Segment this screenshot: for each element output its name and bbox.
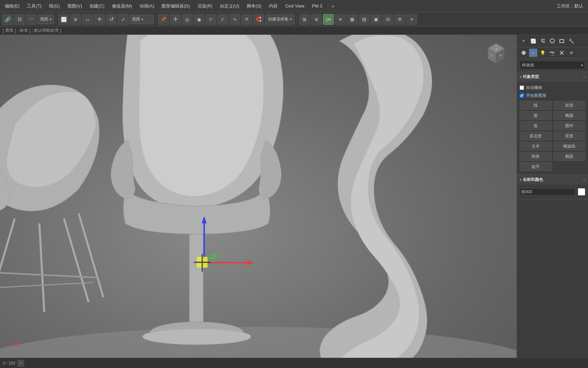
svg-text:左: 左 bbox=[490, 54, 493, 57]
btn-circle[interactable]: 圆 bbox=[520, 111, 552, 120]
panel-spline-icon[interactable] bbox=[529, 49, 537, 57]
menu-workspace[interactable]: 工作区：默认 bbox=[553, 2, 587, 11]
btn-helix[interactable]: 螺旋线 bbox=[553, 142, 586, 151]
panel-top-icons: + 📈 🏗 🔧 bbox=[517, 35, 588, 47]
menu-tools[interactable]: 工具(T) bbox=[23, 2, 45, 11]
spline-dropdown-label: 样条线 bbox=[522, 62, 534, 68]
section-object-type-close[interactable]: × bbox=[583, 75, 585, 79]
btn-section[interactable]: 截面 bbox=[553, 152, 586, 161]
select-dropdown[interactable]: 视图 ▾ bbox=[38, 15, 54, 24]
btn-freehand[interactable]: 徒手 bbox=[520, 162, 552, 171]
menu-modifier[interactable]: 修改器(M) bbox=[109, 2, 135, 11]
btn-egg[interactable]: 卵形 bbox=[520, 152, 552, 161]
panel-sphere-icon[interactable] bbox=[520, 49, 528, 57]
panel-hierarchy-icon[interactable]: 🏗 bbox=[539, 37, 547, 45]
view-dropdown[interactable]: 视图 ▾ bbox=[130, 15, 153, 24]
spline-type-dropdown[interactable]: 样条线 ▾ bbox=[520, 61, 585, 70]
spline-dropdown-arrow: ▾ bbox=[581, 63, 583, 67]
btn-arc[interactable]: 弧 bbox=[520, 121, 552, 130]
scale-button[interactable]: ⤢ bbox=[118, 14, 129, 25]
progress-arrow-button[interactable]: > bbox=[17, 360, 24, 367]
panel-circle-icon[interactable] bbox=[548, 37, 556, 45]
menu-render[interactable]: 渲染(R) bbox=[194, 2, 216, 11]
select-object-button[interactable]: ⬜ bbox=[58, 14, 69, 25]
snap-button2[interactable]: ◉ bbox=[194, 14, 205, 25]
btn-polygon[interactable]: 多边形 bbox=[520, 132, 552, 140]
auto-grid-checkbox[interactable] bbox=[520, 86, 524, 90]
panel-helper-icon[interactable] bbox=[558, 49, 566, 57]
pin-button[interactable]: 📌 bbox=[158, 14, 169, 25]
section-object-type-header[interactable]: ▾ 对象类型 × bbox=[517, 72, 588, 82]
menu-customize[interactable]: 自定义(U) bbox=[216, 2, 243, 11]
btn-rect[interactable]: 矩形 bbox=[553, 101, 586, 110]
viewport[interactable]: 顶 前 左 X -X bbox=[0, 35, 517, 358]
menu-view[interactable]: 视图(V) bbox=[64, 2, 85, 11]
svg-marker-16 bbox=[247, 260, 253, 265]
more-btn[interactable]: ≡ bbox=[406, 14, 417, 25]
unlink-button[interactable]: ⛓ bbox=[14, 14, 25, 25]
svg-line-2 bbox=[39, 224, 44, 312]
left-chair bbox=[0, 85, 103, 312]
start-new-shape-checkbox[interactable] bbox=[520, 93, 524, 98]
breadcrumb-shading: 默认明暗处理 bbox=[34, 28, 59, 33]
spinner-btn[interactable]: ⟳ bbox=[241, 14, 252, 25]
panel-rect-icon[interactable] bbox=[558, 37, 566, 45]
breadcrumb-perspective: 透视 bbox=[5, 28, 13, 33]
bind-button[interactable]: 〰 bbox=[26, 14, 37, 25]
percent-btn2[interactable]: 2° bbox=[217, 14, 228, 25]
btn-line[interactable]: 线 bbox=[520, 101, 552, 110]
svg-rect-36 bbox=[560, 40, 564, 43]
menu-create[interactable]: 创建(C) bbox=[86, 2, 108, 11]
menu-content[interactable]: 内容 bbox=[265, 2, 281, 11]
move-button[interactable]: ✛ bbox=[94, 14, 105, 25]
magnet-btn[interactable]: 🧲 bbox=[253, 14, 264, 25]
create-selection-set-button[interactable]: 创建选择集 ▾ bbox=[265, 14, 295, 25]
rotate-button[interactable]: ↺ bbox=[106, 14, 117, 25]
panel-system-icon[interactable]: ⚙ bbox=[567, 49, 575, 57]
settings-btn[interactable]: ⚙ bbox=[394, 14, 405, 25]
plus-button[interactable]: ✛ bbox=[170, 14, 181, 25]
grid-btn[interactable]: ⊞ bbox=[299, 14, 310, 25]
percent-btn[interactable]: 2° bbox=[206, 14, 216, 25]
link-button[interactable]: 🔗 bbox=[2, 14, 13, 25]
btn-star[interactable]: 星形 bbox=[553, 132, 586, 140]
arrow-label: > bbox=[20, 361, 22, 365]
menu-animation[interactable]: 动画(A) bbox=[136, 2, 158, 11]
menu-group[interactable]: 组(G) bbox=[46, 2, 63, 11]
menu-graph-editor[interactable]: 图形编辑器(D) bbox=[158, 2, 193, 11]
extend-icon[interactable]: » bbox=[330, 3, 336, 9]
btn-donut[interactable]: 圆环 bbox=[553, 121, 586, 130]
select-region-button[interactable]: ⊞ bbox=[70, 14, 81, 25]
panel-plus-icon[interactable]: + bbox=[520, 37, 528, 45]
select-rect-button[interactable]: ▭ bbox=[82, 14, 93, 25]
grid-btn2[interactable]: ⊞ bbox=[311, 14, 322, 25]
panel-wrench-icon[interactable]: 🔧 bbox=[567, 37, 575, 45]
menu-edit[interactable]: 编辑(E) bbox=[1, 2, 23, 11]
panel-camera-icon[interactable]: 📷 bbox=[548, 49, 556, 57]
qr-btn[interactable]: QR bbox=[323, 14, 334, 25]
menu-pm3[interactable]: PM 3 bbox=[309, 2, 326, 10]
btn-ellipse[interactable]: 椭圆 bbox=[553, 111, 586, 120]
object-name-input[interactable] bbox=[520, 188, 576, 196]
snap-toggle[interactable]: ◎ bbox=[182, 14, 193, 25]
table-btn2[interactable]: ▤ bbox=[359, 14, 370, 25]
percent-btn3[interactable]: % bbox=[229, 14, 240, 25]
color-swatch[interactable] bbox=[578, 188, 585, 196]
name-color-input-row bbox=[520, 187, 585, 197]
btn-text[interactable]: 文本 bbox=[520, 142, 552, 151]
shape-buttons-grid: 线 矩形 圆 椭圆 弧 圆环 多边形 星形 文本 螺旋线 卵形 截面 徒手 bbox=[520, 101, 585, 171]
panel-light-icon[interactable]: 💡 bbox=[539, 49, 547, 57]
section-name-color-header[interactable]: ▾ 名称和颜色 × bbox=[517, 175, 588, 185]
scene-svg bbox=[0, 35, 517, 358]
chevron-down-icon: ▾ bbox=[142, 17, 143, 21]
menu-script[interactable]: 脚本(S) bbox=[243, 2, 265, 11]
table-btn4[interactable]: ⊟ bbox=[382, 14, 393, 25]
section-name-color-close[interactable]: × bbox=[583, 178, 585, 182]
viewport-cube[interactable]: 顶 前 左 bbox=[483, 42, 510, 69]
svg-point-39 bbox=[532, 52, 534, 54]
table-btn[interactable]: ▦ bbox=[347, 14, 358, 25]
panel-graph-icon[interactable]: 📈 bbox=[529, 37, 537, 45]
menu-civil-view[interactable]: Civil View bbox=[282, 2, 308, 10]
table-btn3[interactable]: ▣ bbox=[371, 14, 381, 25]
sun-btn[interactable]: ☀ bbox=[335, 14, 346, 25]
